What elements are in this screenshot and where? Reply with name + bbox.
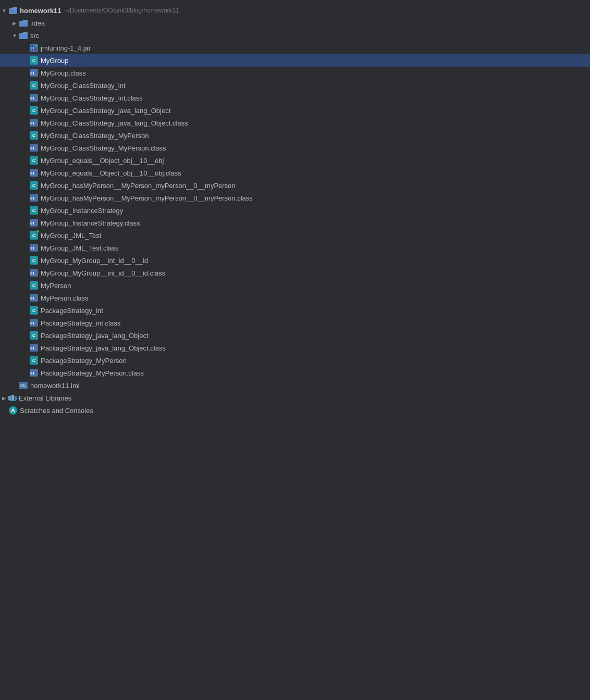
tree-item-MyGroup_JML_Test_class[interactable]: 01 MyGroup_JML_Test.class (0, 242, 590, 254)
tree-item-MyPerson[interactable]: C MyPerson (0, 279, 590, 292)
class-icon: 01 (29, 343, 39, 353)
tree-item-PackageStrategy_MyPerson_class[interactable]: 01 PackageStrategy_MyPerson.class (0, 367, 590, 379)
expand-arrow[interactable] (10, 31, 19, 40)
tree-item-MyGroup_ClassStrategy_MyPerson_class[interactable]: 01 MyGroup_ClassStrategy_MyPerson.class (0, 142, 590, 154)
tree-item-label: MyGroup_InstanceStrategy.class (41, 219, 140, 227)
svg-text:01: 01 (30, 296, 34, 301)
svg-text:01: 01 (30, 46, 34, 51)
tree-item-jmlunitng[interactable]: 01 jmlunitng-1_4.jar (0, 42, 590, 54)
tree-item-scratches[interactable]: Scratches and Consoles (0, 404, 590, 417)
tree-item-PackageStrategy_java_lang_Object[interactable]: C PackageStrategy_java_lang_Object (0, 329, 590, 342)
collapse-arrow[interactable] (10, 19, 19, 27)
tree-item-MyPerson_class[interactable]: 01 MyPerson.class (0, 292, 590, 304)
tree-item-label: MyGroup.class (41, 69, 86, 77)
class-icon: 01 (29, 268, 39, 278)
no-arrow (0, 406, 8, 415)
tree-item-MyGroup_equals__Object_obj__10__obj[interactable]: C MyGroup_equals__Object_obj__10__obj (0, 154, 590, 167)
svg-rect-41 (9, 400, 16, 401)
class-icon: 01 (29, 368, 39, 378)
tree-item-PackageStrategy_int_class[interactable]: 01 PackageStrategy_int.class (0, 317, 590, 329)
tree-item-MyGroup_hasMyPerson__MyPerson_myPerson__0__myPerson_class[interactable]: 01 MyGroup_hasMyPerson__MyPerson_myPerso… (0, 192, 590, 204)
tree-item-label: PackageStrategy_int (41, 307, 103, 315)
tree-item-external_libraries[interactable]: External Libraries (0, 392, 590, 404)
jar-icon: 01 (29, 43, 39, 53)
svg-rect-38 (8, 396, 11, 400)
tree-item-MyGroup_MyGroup__int_id__0__id_class[interactable]: 01 MyGroup_MyGroup__int_id__0__id.class (0, 267, 590, 279)
no-arrow (21, 219, 29, 227)
class-icon: 01 (29, 68, 39, 78)
tree-item-MyGroup_class[interactable]: 01 MyGroup.class (0, 67, 590, 79)
collapse-arrow[interactable] (0, 394, 8, 402)
tree-item-label: PackageStrategy_java_lang_Object.class (41, 344, 166, 352)
tree-item-PackageStrategy_MyPerson[interactable]: C PackageStrategy_MyPerson (0, 354, 590, 367)
java-icon: C (29, 256, 39, 265)
tree-item-MyGroup_ClassStrategy_java_lang_Object_class[interactable]: 01 MyGroup_ClassStrategy_java_lang_Objec… (0, 117, 590, 129)
tree-item-MyGroup_ClassStrategy_int[interactable]: C MyGroup_ClassStrategy_int (0, 79, 590, 92)
no-arrow (21, 56, 29, 65)
tree-item-label: PackageStrategy_MyPerson (41, 357, 127, 365)
tree-item-label: Scratches and Consoles (20, 407, 93, 415)
tree-item-idea[interactable]: .idea (0, 17, 590, 29)
class-icon: 01 (29, 193, 39, 203)
tree-item-label: MyGroup (41, 57, 68, 65)
no-arrow (21, 331, 29, 340)
tree-item-MyGroup_JML_Test[interactable]: C MyGroup_JML_Test (0, 229, 590, 242)
tree-item-MyGroup_MyGroup__int_id__0__id[interactable]: C MyGroup_MyGroup__int_id__0__id (0, 254, 590, 267)
no-arrow (21, 344, 29, 352)
tree-item-label: MyGroup_InstanceStrategy (41, 207, 123, 215)
tree-item-MyGroup_equals__Object_obj__10__obj_class[interactable]: 01 MyGroup_equals__Object_obj__10__obj.c… (0, 167, 590, 179)
java-icon: C (29, 181, 39, 190)
java-icon: C (29, 131, 39, 140)
no-arrow (21, 281, 29, 290)
tree-item-label: MyGroup_hasMyPerson__MyPerson_myPerson__… (41, 194, 253, 202)
tree-item-MyGroup_InstanceStrategy[interactable]: C MyGroup_InstanceStrategy (0, 204, 590, 217)
no-arrow (10, 381, 19, 390)
no-arrow (21, 306, 29, 315)
tree-item-MyGroup_hasMyPerson__MyPerson_myPerson__0__myPerson[interactable]: C MyGroup_hasMyPerson__MyPerson_myPerson… (0, 179, 590, 192)
class-icon: 01 (29, 143, 39, 153)
tree-item-PackageStrategy_int[interactable]: C PackageStrategy_int (0, 304, 590, 317)
tree-item-MyGroup_ClassStrategy_java_lang_Object[interactable]: C MyGroup_ClassStrategy_java_lang_Object (0, 104, 590, 117)
tree-item-label: MyGroup_hasMyPerson__MyPerson_myPerson__… (41, 182, 236, 190)
tree-item-label: MyGroup_JML_Test (41, 232, 101, 240)
tree-item-path: ~/Documents/OO/unit3/blog/homework11 (64, 7, 179, 14)
tree-item-src[interactable]: src (0, 29, 590, 42)
tree-item-label: MyGroup_MyGroup__int_id__0__id.class (41, 269, 165, 277)
tree-item-label: MyGroup_ClassStrategy_MyPerson (41, 132, 149, 140)
svg-rect-5 (19, 34, 28, 39)
tree-item-label: src (30, 32, 39, 40)
class-icon: 01 (29, 168, 39, 178)
svg-rect-1 (9, 9, 17, 14)
ext-lib-icon (8, 394, 17, 402)
tree-item-MyGroup_InstanceStrategy_class[interactable]: 01 MyGroup_InstanceStrategy.class (0, 217, 590, 229)
svg-text:01: 01 (30, 346, 34, 351)
folder-icon (8, 6, 18, 15)
tree-item-MyGroup_ClassStrategy_MyPerson[interactable]: C MyGroup_ClassStrategy_MyPerson (0, 129, 590, 142)
tree-item-homework11[interactable]: homework11~/Documents/OO/unit3/blog/home… (0, 4, 590, 17)
file-tree: homework11~/Documents/OO/unit3/blog/home… (0, 0, 590, 421)
tree-item-label: MyGroup_ClassStrategy_int.class (41, 94, 143, 102)
tree-item-label: MyGroup_equals__Object_obj__10__obj.clas… (41, 169, 181, 177)
no-arrow (21, 369, 29, 377)
folder-icon (19, 31, 28, 40)
no-arrow (21, 94, 29, 102)
tree-item-homework11_iml[interactable]: IML homework11.iml (0, 379, 590, 392)
java-icon: C (29, 56, 39, 65)
svg-rect-40 (15, 396, 17, 400)
tree-item-label: PackageStrategy_MyPerson.class (41, 369, 144, 377)
tree-item-MyGroup_ClassStrategy_int_class[interactable]: 01 MyGroup_ClassStrategy_int.class (0, 92, 590, 104)
java-icon: C (29, 106, 39, 115)
no-arrow (21, 156, 29, 165)
svg-text:01: 01 (30, 196, 34, 201)
svg-text:01: 01 (30, 146, 34, 151)
expand-arrow[interactable] (0, 6, 8, 15)
tree-item-MyGroup[interactable]: C MyGroup (0, 54, 590, 67)
class-icon: 01 (29, 243, 39, 253)
no-arrow (21, 169, 29, 177)
no-arrow (21, 206, 29, 215)
tree-item-label: External Libraries (19, 394, 71, 402)
tree-item-label: MyGroup_JML_Test.class (41, 244, 119, 252)
tree-item-label: PackageStrategy_int.class (41, 319, 120, 327)
svg-text:01: 01 (30, 171, 34, 176)
tree-item-PackageStrategy_java_lang_Object_class[interactable]: 01 PackageStrategy_java_lang_Object.clas… (0, 342, 590, 354)
